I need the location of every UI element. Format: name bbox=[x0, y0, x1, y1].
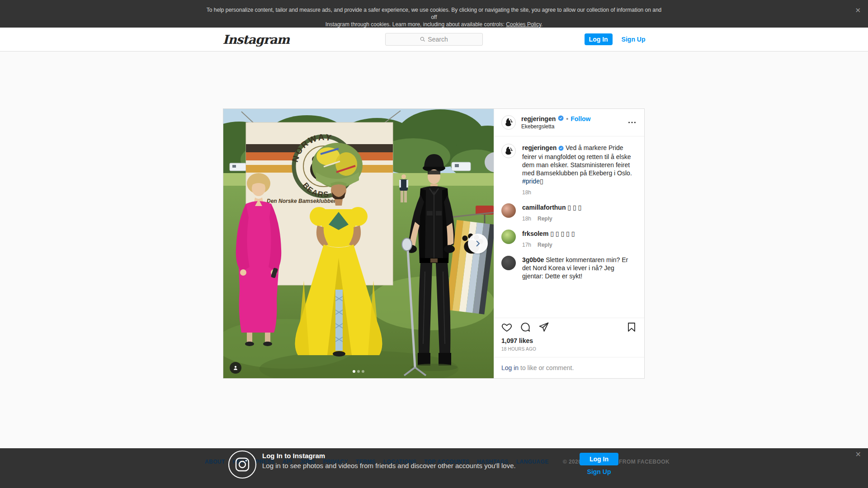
comment-row: 3g0b0e Sletter kommentaren min? Er det N… bbox=[501, 256, 637, 280]
caption-hashtag[interactable]: #pride bbox=[522, 178, 540, 185]
instagram-camera-icon bbox=[228, 450, 256, 479]
follow-button[interactable]: Follow bbox=[571, 115, 590, 122]
comment-username[interactable]: 3g0b0e bbox=[522, 256, 544, 263]
post-photo-illustration: NORWAY BEARS Den Norske Bamseklubben bbox=[223, 109, 494, 378]
cookie-text-line1: To help personalize content, tailor and … bbox=[207, 7, 662, 20]
more-options-button[interactable] bbox=[627, 117, 637, 127]
header-signup-link[interactable]: Sign Up bbox=[622, 36, 646, 43]
login-prompt-text: to like or comment. bbox=[519, 364, 574, 371]
verified-badge-icon bbox=[558, 145, 564, 153]
comment-icon bbox=[520, 322, 531, 333]
share-icon bbox=[538, 322, 549, 333]
verified-badge-icon bbox=[558, 115, 564, 122]
cookies-policy-link[interactable]: Cookies Policy bbox=[506, 21, 541, 28]
footer-link-language[interactable]: LANGUAGE bbox=[516, 459, 549, 465]
comment-text: ▯ ▯ ▯ ▯ ▯ bbox=[550, 230, 575, 237]
norwegian-lion-icon bbox=[504, 117, 514, 127]
banner-login-button[interactable]: Log In bbox=[580, 453, 618, 465]
avatar-3g0b0e[interactable] bbox=[501, 256, 516, 270]
ellipsis-icon bbox=[627, 117, 637, 127]
comments-section: regjeringen Ved å markere Pride feirer v… bbox=[494, 136, 644, 318]
bottom-login-banner: ABOUT HELP PRESS API JOBS PRIVACY TERMS … bbox=[0, 448, 868, 488]
post-card: NORWAY BEARS Den Norske Bamseklubben bbox=[223, 108, 645, 379]
comment-username[interactable]: frksolem bbox=[522, 230, 548, 237]
share-button[interactable] bbox=[538, 322, 549, 333]
like-button[interactable] bbox=[501, 322, 512, 333]
carousel-dot bbox=[357, 370, 360, 373]
banner-close-icon[interactable]: ✕ bbox=[855, 450, 861, 459]
cookie-text-line2: Instagram through cookies. Learn more, i… bbox=[326, 21, 506, 28]
caption-username[interactable]: regjeringen bbox=[522, 144, 557, 151]
separator-dot: • bbox=[566, 115, 568, 122]
search-input[interactable]: Search bbox=[385, 33, 483, 46]
comment-row: camillaforthun ▯ ▯ ▯ 18h Reply bbox=[501, 203, 637, 223]
cookie-text-period: . bbox=[541, 21, 542, 28]
instagram-logo[interactable]: Instagram bbox=[223, 33, 290, 47]
post-location[interactable]: Ekebergsletta bbox=[521, 123, 623, 130]
header-login-button[interactable]: Log In bbox=[585, 33, 613, 45]
site-header: Instagram Search Log In Sign Up bbox=[0, 28, 868, 52]
post-header: regjeringen • Follow Ekebergsletta bbox=[494, 109, 644, 136]
post-timestamp: 18 HOURS AGO bbox=[494, 344, 644, 357]
post-photo: NORWAY BEARS Den Norske Bamseklubben bbox=[223, 109, 494, 378]
comment-row: frksolem ▯ ▯ ▯ ▯ ▯ 17h Reply bbox=[501, 230, 637, 249]
avatar-camillaforthun[interactable] bbox=[501, 203, 516, 218]
comment-text: ▯ ▯ ▯ bbox=[567, 204, 581, 211]
reply-button[interactable]: Reply bbox=[538, 215, 552, 223]
carousel-dot-active bbox=[353, 370, 355, 373]
banner-signup-link[interactable]: Sign Up bbox=[580, 468, 618, 475]
search-icon bbox=[420, 37, 425, 42]
comment-username[interactable]: camillaforthun bbox=[522, 204, 566, 211]
login-prompt: Log in to like or comment. bbox=[494, 357, 644, 378]
search-placeholder: Search bbox=[428, 36, 448, 43]
avatar-frksolem[interactable] bbox=[501, 230, 516, 244]
norwegian-lion-icon bbox=[504, 146, 514, 156]
bookmark-icon bbox=[626, 322, 637, 333]
cookie-close-icon[interactable]: ✕ bbox=[855, 7, 861, 14]
reply-button[interactable]: Reply bbox=[538, 241, 552, 249]
caption-block: regjeringen Ved å markere Pride feirer v… bbox=[501, 144, 637, 197]
actions-bar bbox=[494, 318, 644, 336]
next-image-button[interactable] bbox=[468, 234, 488, 253]
carousel-dots bbox=[223, 370, 494, 373]
banner-title: Log In to Instagram bbox=[262, 452, 325, 460]
login-prompt-link[interactable]: Log in bbox=[501, 364, 519, 371]
comment-time: 18h bbox=[522, 215, 531, 223]
cookie-banner-text: To help personalize content, tailor and … bbox=[206, 0, 662, 28]
banner-subtext: Den Norske Bamseklubben bbox=[267, 198, 337, 204]
carousel-dot bbox=[362, 370, 364, 373]
save-button[interactable] bbox=[626, 322, 637, 333]
cookie-banner: To help personalize content, tailor and … bbox=[0, 0, 868, 28]
person-icon bbox=[232, 365, 239, 371]
comment-time: 17h bbox=[522, 241, 531, 249]
avatar-regjeringen[interactable] bbox=[501, 115, 516, 130]
tagged-people-button[interactable] bbox=[230, 362, 241, 374]
post-username[interactable]: regjeringen bbox=[521, 115, 556, 122]
caption-emoji-fallback: ▯ bbox=[540, 178, 543, 185]
chevron-right-icon bbox=[474, 239, 482, 248]
footer-link-about[interactable]: ABOUT bbox=[205, 459, 225, 465]
instagram-post-page: { "cookie_banner": { "line1": "To help p… bbox=[0, 0, 868, 488]
avatar-regjeringen[interactable] bbox=[501, 144, 516, 158]
heart-icon bbox=[501, 322, 512, 333]
caption-time: 18h bbox=[522, 188, 531, 197]
post-panel: regjeringen • Follow Ekebergsletta bbox=[494, 109, 644, 378]
comment-button[interactable] bbox=[520, 322, 531, 333]
banner-subtitle: Log in to see photos and videos from fri… bbox=[262, 462, 516, 469]
likes-count[interactable]: 1,097 likes bbox=[494, 336, 644, 344]
